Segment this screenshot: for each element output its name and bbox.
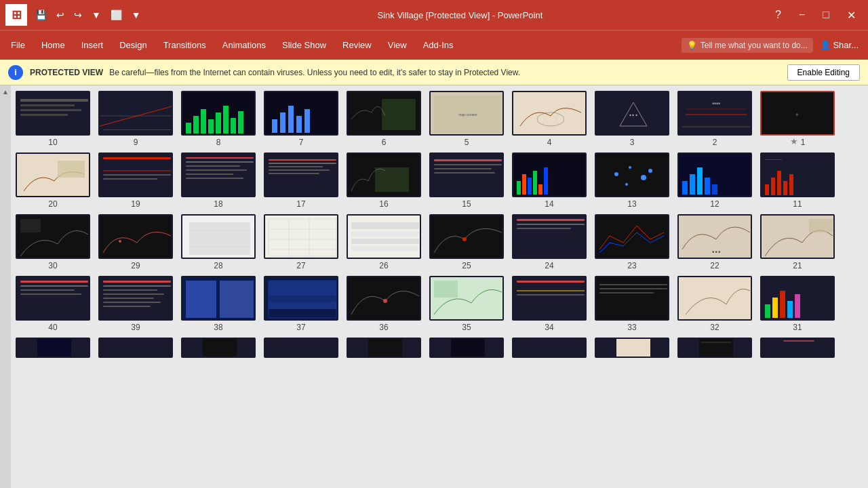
slide-item-27[interactable]: 27 — [262, 214, 340, 270]
slide-thumb-10[interactable] — [16, 91, 90, 136]
slide-item-29[interactable]: 29 — [96, 214, 175, 270]
slide-thumb-27[interactable] — [264, 214, 338, 259]
slide-item-31[interactable]: 31 — [758, 276, 837, 332]
slide-item-1[interactable]: ✦ ★ 1 — [758, 91, 837, 147]
slide-item-32[interactable]: 32 — [675, 276, 754, 332]
slide-item-35[interactable]: 35 — [427, 276, 506, 332]
slide-item-40[interactable]: 40 — [14, 276, 92, 332]
slide-thumb-14[interactable] — [512, 152, 587, 197]
slide-item-28[interactable]: 28 — [179, 214, 258, 270]
slide-item-4[interactable]: 4 — [510, 91, 589, 147]
slide-thumb-37[interactable] — [264, 276, 338, 321]
enable-editing-button[interactable]: Enable Editing — [787, 64, 860, 81]
slide-item-partial-2[interactable] — [675, 338, 754, 358]
slide-thumb-p5[interactable] — [429, 338, 504, 358]
menu-insert[interactable]: Insert — [73, 35, 112, 56]
slide-thumb-8[interactable] — [181, 91, 256, 136]
slide-thumb-26[interactable] — [347, 214, 421, 259]
slide-thumb-p4[interactable] — [512, 338, 587, 358]
slide-item-partial-10[interactable] — [14, 338, 92, 358]
slide-item-7[interactable]: 7 — [262, 91, 340, 147]
slide-item-33[interactable]: 33 — [593, 276, 671, 332]
slide-thumb-p7[interactable] — [264, 338, 338, 358]
slide-thumb-p10[interactable] — [16, 338, 90, 358]
search-box[interactable]: 💡 Tell me what you want to do... — [682, 38, 813, 53]
slide-thumb-p3[interactable] — [595, 338, 669, 358]
slide-item-partial-7[interactable] — [262, 338, 340, 358]
slide-thumb-16[interactable] — [347, 152, 421, 197]
slide-thumb-33[interactable] — [595, 276, 669, 321]
slide-thumb-11[interactable]: ————— — [760, 152, 835, 197]
slide-item-partial-5[interactable] — [427, 338, 506, 358]
slide-thumb-p2[interactable] — [677, 338, 752, 358]
slide-thumb-22[interactable]: ■ ■ ■ — [677, 214, 752, 259]
redo-button[interactable]: ↪ — [71, 8, 85, 22]
slide-item-partial-3[interactable] — [593, 338, 671, 358]
maximize-button[interactable]: □ — [816, 6, 836, 24]
slide-thumb-35[interactable] — [429, 276, 504, 321]
slide-item-partial-6[interactable] — [344, 338, 423, 358]
slide-item-5[interactable]: map content 5 — [427, 91, 506, 147]
slide-item-38[interactable]: 38 — [179, 276, 258, 332]
slide-thumb-7[interactable] — [264, 91, 338, 136]
slide-thumb-38[interactable] — [181, 276, 256, 321]
slide-item-39[interactable]: 39 — [96, 276, 175, 332]
slide-thumb-20[interactable] — [16, 152, 90, 197]
slide-thumb-p8[interactable] — [181, 338, 256, 358]
slide-thumb-4[interactable] — [512, 91, 587, 136]
slide-item-15[interactable]: 15 — [427, 152, 506, 209]
slide-thumb-21[interactable] — [760, 214, 835, 259]
slide-thumb-p6[interactable] — [347, 338, 421, 358]
slide-thumb-1[interactable]: ✦ — [760, 91, 835, 136]
slide-item-partial-9[interactable] — [96, 338, 175, 358]
menu-addins[interactable]: Add-Ins — [415, 35, 462, 56]
slide-thumb-2[interactable]: ■■■■ — [677, 91, 752, 136]
slide-item-16[interactable]: 16 — [344, 152, 423, 209]
slide-thumb-p1[interactable] — [760, 338, 835, 358]
slide-thumb-19[interactable] — [98, 152, 173, 197]
menu-slideshow[interactable]: Slide Show — [274, 35, 334, 56]
slide-item-13[interactable]: 13 — [593, 152, 671, 209]
slide-item-22[interactable]: ■ ■ ■ 22 — [675, 214, 754, 270]
slide-item-30[interactable]: 30 — [14, 214, 92, 270]
close-button[interactable]: ✕ — [840, 6, 863, 24]
slide-thumb-18[interactable] — [181, 152, 256, 197]
slide-thumb-39[interactable] — [98, 276, 173, 321]
slide-item-10[interactable]: 10 — [14, 91, 92, 147]
slide-item-partial-1[interactable] — [758, 338, 837, 358]
slide-thumb-5[interactable]: map content — [429, 91, 504, 136]
slide-thumb-36[interactable] — [347, 276, 421, 321]
menu-animations[interactable]: Animations — [214, 35, 274, 56]
slide-item-25[interactable]: 25 — [427, 214, 506, 270]
minimize-button[interactable]: − — [792, 6, 812, 24]
slide-item-34[interactable]: 34 — [510, 276, 589, 332]
slide-thumb-23[interactable] — [595, 214, 669, 259]
menu-file[interactable]: File — [3, 35, 33, 56]
left-scrollbar[interactable]: ▲ — [0, 85, 11, 488]
menu-view[interactable]: View — [380, 35, 415, 56]
slide-thumb-3[interactable]: ◆ ◆ ◆ — [595, 91, 669, 136]
slide-item-37[interactable]: 37 — [262, 276, 340, 332]
save-button[interactable]: 💾 — [33, 8, 50, 22]
slide-item-14[interactable]: 14 — [510, 152, 589, 209]
slide-item-19[interactable]: 19 — [96, 152, 175, 209]
presentation-button[interactable]: ⬜ — [108, 8, 125, 22]
slide-thumb-25[interactable] — [429, 214, 504, 259]
slide-item-12[interactable]: 12 — [675, 152, 754, 209]
slide-item-24[interactable]: 24 — [510, 214, 589, 270]
menu-design[interactable]: Design — [111, 35, 155, 56]
slide-item-partial-4[interactable] — [510, 338, 589, 358]
slide-thumb-40[interactable] — [16, 276, 90, 321]
slide-item-36[interactable]: 36 — [344, 276, 423, 332]
help-button[interactable]: ? — [768, 6, 788, 24]
slide-item-3[interactable]: ◆ ◆ ◆ 3 — [593, 91, 671, 147]
slide-item-17[interactable]: 17 — [262, 152, 340, 209]
scroll-up-arrow[interactable]: ▲ — [2, 88, 9, 96]
slide-thumb-13[interactable] — [595, 152, 669, 197]
slide-thumb-29[interactable] — [98, 214, 173, 259]
undo-button[interactable]: ↩ — [54, 8, 67, 22]
slide-thumb-24[interactable] — [512, 214, 587, 259]
slide-thumb-30[interactable] — [16, 214, 90, 259]
slide-thumb-12[interactable] — [677, 152, 752, 197]
menu-home[interactable]: Home — [33, 35, 73, 56]
